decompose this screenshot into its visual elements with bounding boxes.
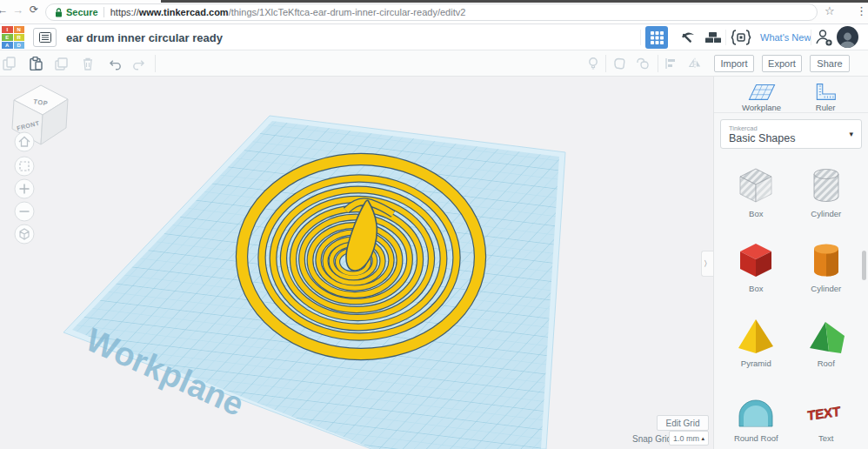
shape-tile-box-red[interactable]: Box	[721, 239, 791, 293]
shape-library-select[interactable]: Tinkercad Basic Shapes ▾	[720, 119, 862, 149]
zoom-out-button[interactable]	[15, 202, 34, 221]
panel-scrollbar-thumb[interactable]	[862, 251, 866, 280]
padlock-icon	[55, 8, 63, 17]
secure-label: Secure	[66, 7, 98, 17]
align-icon[interactable]	[664, 57, 678, 70]
minecraft-pickaxe-button[interactable]	[677, 27, 698, 48]
perspective-toggle-button[interactable]	[15, 224, 34, 244]
pickaxe-icon	[678, 29, 696, 46]
paste-icon[interactable]	[29, 57, 43, 70]
scene-svg: Workplane	[0, 77, 713, 449]
shape-tile-roof[interactable]: Roof	[791, 314, 862, 368]
design-title[interactable]: ear drum inner circular ready	[66, 31, 223, 44]
logo-cell: A	[2, 42, 13, 49]
home-view-button[interactable]	[15, 132, 34, 151]
bookmark-star-icon[interactable]: ☆	[825, 4, 835, 17]
address-divider	[103, 7, 104, 17]
caret-down-icon: ▾	[849, 130, 853, 138]
browser-forward-icon[interactable]: →	[12, 3, 23, 17]
duplicate-icon[interactable]	[55, 57, 69, 70]
whats-new-link[interactable]: What's New	[760, 32, 811, 43]
shape-tile-pyramid[interactable]: Pyramid	[721, 314, 791, 368]
logo-cell: R	[14, 34, 25, 41]
fit-view-button[interactable]	[15, 157, 34, 176]
header-separator	[725, 30, 726, 45]
mirror-icon[interactable]	[688, 57, 702, 70]
shape-label: Text	[818, 433, 833, 443]
logo-cell: N	[14, 26, 25, 33]
nav-buttons	[15, 132, 34, 244]
caret-up-icon: ▴	[701, 435, 704, 442]
grid-icon	[651, 31, 664, 44]
workplane-tool-label: Workplane	[742, 103, 781, 112]
workplane-tool[interactable]: Workplane	[742, 83, 781, 112]
browser-reload-icon[interactable]: ⟳	[30, 3, 38, 16]
shape-label: Box	[749, 284, 763, 293]
group-icon[interactable]	[636, 57, 650, 70]
panel-collapse-handle[interactable]: 〉	[701, 251, 713, 277]
solid-shape-icon[interactable]	[612, 57, 626, 70]
shape-tile-cylinder-hole[interactable]: Cylinder	[791, 164, 862, 218]
shape-label: Pyramid	[741, 359, 771, 368]
invite-user-button[interactable]	[814, 27, 835, 48]
svg-text:TEXT: TEXT	[807, 404, 841, 423]
shape-tile-box-hole[interactable]: Box	[721, 164, 791, 218]
zoom-in-button[interactable]	[15, 179, 34, 198]
avatar-silhouette-icon	[838, 31, 857, 48]
shape-label: Cylinder	[811, 284, 841, 293]
browser-back-icon[interactable]: ←	[0, 3, 8, 17]
delete-icon[interactable]	[81, 57, 95, 70]
cylinder-hole-icon	[803, 165, 850, 205]
logo-cell: I	[2, 26, 13, 33]
tinkercad-window: ← → ⟳ Secure https://www.tinkercad.com/t…	[0, 0, 868, 449]
snap-grid-label: Snap Grid	[632, 434, 671, 444]
browser-menu-icon[interactable]: ⋮	[856, 4, 867, 17]
window-title-strip	[161, 0, 868, 3]
shape-label: Cylinder	[811, 209, 841, 218]
round-roof-icon	[732, 390, 779, 430]
ruler-tool-label: Ruler	[816, 103, 836, 112]
tinkercad-logo[interactable]: I N E R A D	[2, 26, 24, 49]
dashboard-grid-button[interactable]	[645, 26, 668, 49]
shape-label: Box	[749, 209, 763, 218]
snap-grid-select[interactable]: 1.0 mm ▴	[669, 431, 709, 446]
toolbar-separator	[155, 55, 156, 72]
shape-label: Roof	[818, 359, 835, 368]
share-button[interactable]: Share	[810, 55, 850, 72]
ruler-tool[interactable]: Ruler	[811, 83, 840, 112]
codeblocks-icon	[731, 30, 751, 45]
toolbar-separator	[658, 55, 658, 72]
address-bar[interactable]: Secure https://www.tinkercad.com/things/…	[45, 3, 818, 21]
ruler-icon	[811, 83, 840, 101]
copy-icon[interactable]	[3, 57, 17, 70]
person-add-icon	[815, 28, 834, 47]
design-menu-button[interactable]	[33, 28, 57, 47]
redo-icon[interactable]	[131, 57, 145, 70]
logo-cell: D	[14, 42, 25, 49]
show-all-lightbulb-icon[interactable]	[586, 57, 600, 70]
shape-label: Round Roof	[734, 433, 778, 443]
workplane-icon	[744, 83, 780, 101]
library-name: Basic Shapes	[729, 132, 795, 144]
shape-tile-round-roof[interactable]: Round Roof	[721, 389, 791, 443]
panel-tools-row: Workplane Ruler	[714, 77, 868, 113]
import-button[interactable]: Import	[714, 55, 754, 72]
codeblocks-button[interactable]	[731, 27, 751, 48]
roof-icon	[803, 315, 850, 355]
url-text: https://www.tinkercad.com/things/1XlcTeK…	[110, 7, 466, 17]
shape-tile-text[interactable]: TEXT Text	[791, 389, 862, 443]
lego-bricks-button[interactable]	[703, 27, 724, 48]
shapes-panel: Workplane Ruler Tinkercad Basic Shapes ▾	[713, 77, 868, 449]
viewport-3d[interactable]: Workplane	[0, 77, 713, 449]
box-hole-icon	[732, 165, 779, 205]
shape-tile-cylinder-orange[interactable]: Cylinder	[791, 239, 862, 293]
edit-grid-button[interactable]: Edit Grid	[657, 415, 709, 431]
main-area: Workplane	[0, 77, 868, 449]
export-button[interactable]: Export	[762, 55, 802, 72]
header-separator	[640, 30, 641, 45]
app-header: I N E R A D ear drum inner circular read…	[0, 24, 868, 50]
undo-icon[interactable]	[109, 57, 123, 70]
bricks-icon	[704, 30, 722, 44]
snap-grid-value: 1.0 mm	[673, 434, 699, 443]
account-avatar[interactable]	[837, 26, 858, 48]
